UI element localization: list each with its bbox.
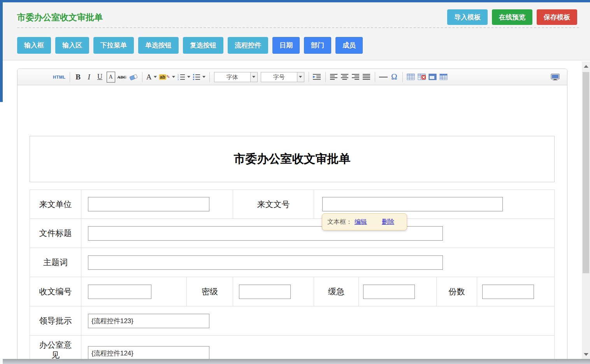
align-justify-button[interactable] bbox=[362, 72, 371, 83]
insert-flow-control-button[interactable]: 流程控件 bbox=[228, 37, 268, 54]
align-left-button[interactable] bbox=[330, 72, 338, 83]
table-row: 收文编号 密级 缓急 份数 bbox=[30, 277, 554, 306]
indent-icon bbox=[313, 74, 321, 80]
scrollbar-thumb[interactable] bbox=[583, 72, 589, 273]
horizontal-rule-button[interactable] bbox=[379, 72, 388, 83]
tooltip-field-type-label: 文本框： bbox=[327, 218, 352, 226]
ordered-list-button[interactable]: 1 2 3 bbox=[177, 72, 190, 83]
strikethrough-button[interactable]: ABC bbox=[118, 72, 126, 83]
align-right-button[interactable] bbox=[351, 72, 360, 83]
table-properties-button[interactable] bbox=[428, 72, 437, 83]
rich-text-editor: HTML B I U A ABC A ab ✎ 1 bbox=[17, 69, 567, 364]
browser-top-edge bbox=[0, 0, 590, 2]
table-icon bbox=[407, 74, 415, 80]
editor-toolbar: HTML B I U A ABC A ab ✎ 1 bbox=[18, 69, 567, 85]
insert-department-button[interactable]: 部门 bbox=[304, 37, 331, 54]
urgency-input[interactable] bbox=[363, 285, 415, 299]
document-number-input[interactable] bbox=[322, 197, 503, 211]
label-document-title: 文件标题 bbox=[30, 219, 81, 248]
insert-input-box-button[interactable]: 输入框 bbox=[17, 37, 51, 54]
table-row: 文件标题 bbox=[30, 219, 554, 248]
receipt-number-input[interactable] bbox=[88, 285, 151, 299]
label-subject-words: 主题词 bbox=[30, 248, 81, 277]
horizontal-rule-icon bbox=[379, 77, 388, 77]
html-source-button[interactable]: HTML bbox=[53, 72, 66, 83]
special-character-button[interactable]: Ω bbox=[390, 72, 399, 83]
font-size-value: 字号 bbox=[261, 72, 297, 82]
delete-table-button[interactable] bbox=[418, 72, 426, 83]
text-color-glyph: A bbox=[146, 73, 152, 81]
cell-properties-icon bbox=[439, 74, 448, 80]
insert-textarea-button[interactable]: 输入区 bbox=[55, 37, 89, 54]
insert-member-button[interactable]: 成员 bbox=[335, 37, 363, 54]
form-title: 市委办公室收文审批单 bbox=[234, 151, 351, 167]
insert-radio-button[interactable]: 单选按钮 bbox=[138, 37, 179, 54]
edit-field-link[interactable]: 编辑 bbox=[355, 218, 367, 226]
cell-security-level bbox=[233, 277, 314, 306]
form-title-box: 市委办公室收文审批单 bbox=[30, 136, 555, 182]
leader-instructions-input[interactable] bbox=[88, 314, 209, 328]
unordered-list-button[interactable] bbox=[193, 72, 205, 83]
dashed-divider bbox=[17, 27, 579, 28]
toolbar-separator bbox=[325, 72, 326, 82]
subject-words-input[interactable] bbox=[88, 255, 443, 270]
arrow-up-icon bbox=[584, 65, 588, 68]
text-color-button[interactable]: A bbox=[146, 72, 157, 83]
table-row: 来文单位 来文文号 bbox=[30, 190, 554, 219]
table-properties-icon bbox=[428, 74, 437, 80]
label-source-unit: 来文单位 bbox=[30, 190, 81, 218]
security-level-input[interactable] bbox=[239, 285, 291, 299]
font-size-select[interactable]: 字号 bbox=[261, 72, 304, 82]
field-action-tooltip: 文本框： 编辑 删除 bbox=[322, 213, 407, 230]
insert-dropdown-button[interactable]: 下拉菜单 bbox=[93, 37, 134, 54]
cell-properties-button[interactable] bbox=[439, 72, 448, 83]
eraser-icon bbox=[129, 74, 138, 80]
unordered-list-icon bbox=[193, 74, 200, 80]
toolbar-separator bbox=[309, 72, 309, 82]
online-preview-button[interactable]: 在线预览 bbox=[492, 9, 532, 25]
italic-button[interactable]: I bbox=[85, 72, 93, 83]
align-right-icon bbox=[352, 74, 359, 80]
toolbar-separator bbox=[142, 72, 142, 82]
delete-field-link[interactable]: 删除 bbox=[382, 218, 394, 226]
window-bottom-edge bbox=[3, 359, 590, 364]
fullscreen-button[interactable] bbox=[551, 72, 560, 83]
vertical-scrollbar[interactable] bbox=[582, 62, 590, 359]
highlight-color-button[interactable]: ab ✎ bbox=[159, 72, 175, 83]
cell-copies bbox=[477, 277, 554, 306]
font-family-dropdown-button[interactable] bbox=[250, 72, 257, 82]
font-size-dropdown-button[interactable] bbox=[297, 72, 304, 82]
align-center-button[interactable] bbox=[341, 72, 349, 83]
font-family-value: 字体 bbox=[214, 72, 250, 82]
cell-leader-instructions bbox=[81, 306, 554, 335]
indent-button[interactable] bbox=[313, 72, 321, 83]
widget-buttons-row: 输入框 输入区 下拉菜单 单选按钮 复选按钮 流程控件 日期 部门 成员 bbox=[17, 37, 363, 54]
label-receipt-number: 收文编号 bbox=[30, 277, 81, 306]
pencil-icon: ✎ bbox=[167, 74, 170, 79]
import-template-button[interactable]: 导入模板 bbox=[447, 9, 488, 25]
label-copies: 份数 bbox=[437, 277, 477, 306]
underline-button[interactable]: U bbox=[96, 72, 104, 83]
eraser-button[interactable] bbox=[129, 72, 138, 83]
insert-date-button[interactable]: 日期 bbox=[272, 37, 300, 54]
bold-button[interactable]: B bbox=[74, 72, 83, 83]
scroll-down-button[interactable] bbox=[582, 351, 590, 358]
font-frame-button[interactable]: A bbox=[107, 72, 115, 83]
copies-input[interactable] bbox=[482, 285, 534, 299]
insert-checkbox-button[interactable]: 复选按钮 bbox=[183, 37, 223, 54]
source-unit-input[interactable] bbox=[88, 197, 209, 211]
ordered-list-icon: 1 2 3 bbox=[177, 74, 185, 80]
align-center-icon bbox=[341, 74, 348, 80]
insert-table-button[interactable] bbox=[407, 72, 415, 83]
chevron-down-icon bbox=[202, 76, 205, 78]
save-template-button[interactable]: 保存模板 bbox=[537, 9, 577, 25]
cell-document-title bbox=[81, 219, 554, 248]
monitor-icon bbox=[551, 74, 560, 81]
scroll-up-button[interactable] bbox=[582, 63, 590, 70]
delete-table-icon bbox=[418, 74, 426, 80]
header-actions: 导入模板 在线预览 保存模板 bbox=[447, 9, 577, 25]
page-title: 市委办公室收文审批单 bbox=[17, 12, 103, 23]
font-family-select[interactable]: 字体 bbox=[214, 72, 258, 82]
office-opinion-input[interactable] bbox=[88, 346, 209, 360]
editor-canvas[interactable]: 市委办公室收文审批单 来文单位 来文文号 文件标题 bbox=[18, 85, 567, 346]
